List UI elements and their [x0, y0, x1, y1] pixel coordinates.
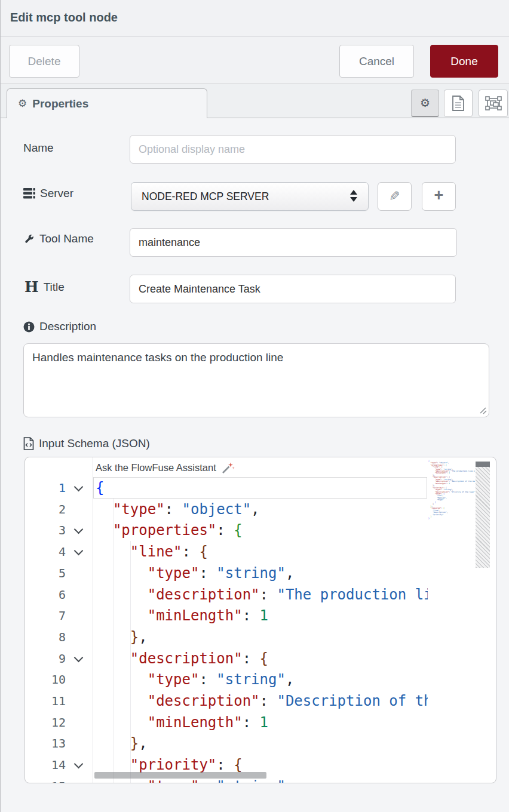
- description-field-wrap: Handles maintenance tasks on the product…: [23, 343, 489, 417]
- editor-lines: 1 { 2 "type": "object", 3 "properties": …: [25, 457, 496, 783]
- title-label: H Title: [24, 278, 65, 296]
- code-text: },: [96, 628, 428, 647]
- dialog-toolbar: Delete Cancel Done: [1, 36, 509, 84]
- code-text: "type": "object",: [96, 500, 428, 519]
- schema-code-editor[interactable]: Ask the FlowFuse Assistant 1 { 2 "type":…: [24, 457, 496, 783]
- fold-chevron-icon[interactable]: [74, 546, 84, 556]
- line-number: 8: [25, 630, 66, 644]
- gear-icon: ⚙: [18, 97, 27, 110]
- line-number: 4: [25, 545, 66, 559]
- line-number: 10: [25, 672, 66, 687]
- tool-name-label: Tool Name: [23, 232, 94, 245]
- server-selected-value: NODE-RED MCP SERVER: [142, 190, 269, 203]
- editor-line[interactable]: 7 "minLength": 1: [25, 605, 496, 626]
- code-text: "type": "string",: [96, 670, 428, 689]
- fold-chevron-icon[interactable]: [74, 525, 84, 534]
- server-icon: [23, 188, 35, 199]
- minimap-content: { "type": "object", "properties": { "lin…: [428, 460, 475, 519]
- code-text: "properties": {: [96, 521, 428, 540]
- code-text: "description": "Description of the maint…: [96, 691, 428, 710]
- code-text: "description": "The production line on w…: [96, 585, 428, 604]
- line-number: 15: [25, 779, 66, 783]
- document-icon: [452, 96, 465, 111]
- done-button[interactable]: Done: [430, 45, 498, 78]
- dialog-title: Edit mcp tool node: [10, 11, 118, 24]
- vertical-scrollbar-thumb[interactable]: [476, 462, 490, 568]
- line-number: 11: [25, 694, 66, 708]
- editor-line[interactable]: 2 "type": "object",: [25, 499, 496, 520]
- tab-properties[interactable]: ⚙ Properties: [7, 88, 207, 118]
- line-number: 1: [25, 481, 66, 495]
- fold-chevron-icon[interactable]: [74, 482, 84, 492]
- editor-line[interactable]: 3 "properties": {: [25, 519, 496, 541]
- editor-line[interactable]: 6 "description": "The production line on…: [25, 584, 496, 605]
- input-schema-label: Input Schema (JSON): [23, 437, 150, 450]
- tab-properties-label: Properties: [32, 97, 88, 110]
- code-text: "type": "string",: [96, 564, 428, 583]
- line-number: 6: [25, 588, 66, 602]
- editor-line[interactable]: 10 "type": "string",: [25, 669, 496, 690]
- editor-line[interactable]: 12 "minLength": 1: [25, 712, 496, 733]
- editor-line[interactable]: 11 "description": "Description of the ma…: [25, 690, 496, 712]
- line-number: 3: [25, 523, 66, 537]
- code-text: },: [96, 734, 428, 753]
- line-number: 13: [25, 736, 66, 751]
- editor-line[interactable]: 9 "description": {: [25, 648, 496, 669]
- wrench-icon: [23, 233, 35, 245]
- properties-icon-button[interactable]: ⚙: [411, 90, 439, 117]
- appearance-icon-button[interactable]: [479, 90, 508, 117]
- line-number: 2: [25, 502, 66, 516]
- editor-line[interactable]: 4 "line": {: [25, 541, 496, 562]
- file-code-icon: [23, 437, 34, 450]
- fold-chevron-icon[interactable]: [74, 653, 84, 662]
- editor-vertical-scrollbar[interactable]: [475, 457, 490, 783]
- edit-server-button[interactable]: ✎: [378, 182, 412, 211]
- tool-name-input[interactable]: [130, 228, 457, 257]
- editor-line[interactable]: 1 {: [25, 477, 496, 499]
- gear-icon: ⚙: [420, 96, 430, 110]
- server-select[interactable]: NODE-RED MCP SERVER: [131, 182, 369, 211]
- fold-chevron-icon[interactable]: [74, 759, 84, 769]
- info-icon: [23, 321, 35, 333]
- delete-button[interactable]: Delete: [9, 45, 79, 78]
- edit-node-dialog: Edit mcp tool node Delete Cancel Done ⚙ …: [0, 0, 509, 812]
- line-number: 12: [25, 715, 66, 730]
- code-text: "description": {: [96, 649, 428, 668]
- line-number: 14: [25, 758, 66, 772]
- description-textarea[interactable]: Handles maintenance tasks on the product…: [23, 343, 489, 417]
- heading-h-icon: H: [24, 278, 39, 296]
- editor-line[interactable]: 8 },: [25, 626, 496, 648]
- overview-ruler-marker: [476, 462, 490, 467]
- dialog-header: Edit mcp tool node: [1, 0, 509, 36]
- server-label: Server: [23, 187, 73, 200]
- plus-icon: +: [434, 186, 444, 205]
- pencil-icon: ✎: [389, 189, 400, 204]
- title-input[interactable]: [130, 275, 456, 303]
- line-number: 9: [25, 651, 66, 666]
- line-number: 7: [25, 608, 66, 623]
- line-number: 5: [25, 566, 66, 580]
- add-server-button[interactable]: +: [422, 182, 456, 211]
- resize-handle-icon[interactable]: [479, 407, 487, 414]
- properties-panel: Name Server NODE-RED MCP SERVER ✎ +: [1, 118, 509, 812]
- node-appearance-icon: [485, 96, 502, 110]
- code-text: "line": {: [96, 542, 428, 561]
- code-text: {: [96, 478, 428, 497]
- description-icon-button[interactable]: [444, 90, 473, 117]
- code-text: "minLength": 1: [96, 606, 428, 625]
- select-arrows-icon: [350, 190, 357, 202]
- editor-line[interactable]: 5 "type": "string",: [25, 562, 496, 584]
- name-label: Name: [23, 142, 54, 155]
- tab-bar: ⚙ Properties ⚙: [1, 84, 509, 118]
- minimap[interactable]: { "type": "object", "properties": { "lin…: [428, 460, 475, 522]
- editor-horizontal-scrollbar[interactable]: [94, 772, 266, 779]
- cancel-button[interactable]: Cancel: [339, 45, 414, 78]
- description-label: Description: [23, 320, 96, 333]
- editor-line[interactable]: 13 },: [25, 733, 496, 754]
- code-text: "minLength": 1: [96, 713, 428, 732]
- name-input[interactable]: [130, 135, 456, 164]
